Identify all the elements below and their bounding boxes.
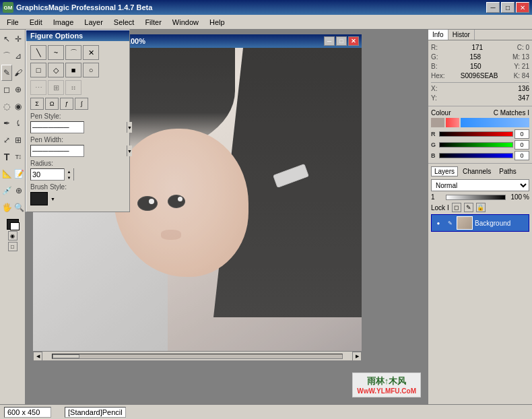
fig-tool-fill-rect[interactable]: ■	[65, 63, 81, 77]
tool-distort[interactable]: ⊞	[13, 132, 24, 148]
image-maximize-btn[interactable]: □	[336, 36, 347, 46]
tool-select-poly[interactable]: ⊿	[13, 48, 24, 64]
tool-row-5: ◌ ◉	[1, 98, 24, 115]
tool-notes[interactable]: 📝	[13, 166, 25, 182]
brush-color-swatch[interactable]	[30, 192, 48, 205]
b-slider-track[interactable]	[439, 153, 513, 158]
tool-eraser[interactable]: ◻	[1, 82, 12, 98]
lock-btn-1[interactable]: ◻	[452, 203, 461, 212]
quick-mask-btn[interactable]: ◉	[8, 231, 18, 240]
tool-move[interactable]: ✛	[13, 31, 24, 47]
pen-width-combo[interactable]: ▼	[30, 145, 84, 157]
tool-row-9: 📐 📝	[1, 166, 24, 182]
tool-text-mask[interactable]: T⃞	[13, 149, 24, 165]
menu-file[interactable]: File	[1, 15, 24, 29]
fig-tool-circle[interactable]: ○	[83, 63, 99, 77]
fig-tool-scatter[interactable]: ⠶	[65, 80, 81, 95]
menu-layer[interactable]: Layer	[79, 15, 108, 29]
menu-window[interactable]: Window	[167, 15, 204, 29]
lock-btn-3[interactable]: 🔒	[476, 203, 486, 212]
tool-stamp[interactable]: ⊕	[13, 82, 24, 98]
image-close-btn[interactable]: ✕	[348, 36, 359, 46]
g-slider-track[interactable]	[439, 142, 513, 148]
r-slider-track[interactable]	[439, 131, 513, 137]
pen-width-arrow[interactable]: ▼	[127, 146, 132, 156]
fig-tool-dots[interactable]: ⋯	[30, 80, 46, 95]
tool-color-sampler[interactable]: ⊕	[13, 183, 24, 199]
menu-filter[interactable]: Filter	[139, 15, 166, 29]
tool-pen[interactable]: ✒	[1, 115, 12, 131]
tool-text[interactable]: T	[1, 149, 12, 165]
tool-brush[interactable]: 🖌	[13, 65, 24, 81]
tool-pencil[interactable]: ✎	[1, 65, 12, 81]
paths-tab[interactable]: Paths	[496, 166, 520, 176]
fig-tool-curve[interactable]: ~	[48, 45, 64, 60]
tool-measure[interactable]: 📐	[1, 166, 13, 182]
menu-image[interactable]: Image	[48, 15, 79, 29]
info-tab[interactable]: Info	[428, 30, 448, 40]
sub-tool-f[interactable]: ƒ	[60, 98, 73, 110]
sub-tool-omega[interactable]: Ω	[45, 98, 59, 110]
right-color-section: Colour C Matches I R 0 G 0	[428, 106, 532, 164]
hscroll-track[interactable]	[52, 354, 343, 359]
background-color[interactable]	[10, 222, 20, 230]
color-g-row: G: 158 M: 13	[431, 53, 529, 62]
sub-tool-sigma[interactable]: Σ	[30, 98, 44, 110]
fig-tool-arc[interactable]: ⌒	[65, 45, 81, 60]
fig-tool-grid[interactable]: ⊞	[48, 80, 64, 95]
opacity-slider[interactable]	[446, 195, 506, 200]
radius-input[interactable]: 30	[31, 170, 64, 179]
lock-btn-2[interactable]: ✎	[464, 203, 473, 212]
hscroll-thumb[interactable]	[53, 354, 79, 358]
fig-tool-rect[interactable]: □	[30, 63, 46, 77]
tool-hand[interactable]: 🖐	[1, 199, 13, 216]
tool-arrow[interactable]: ↖	[1, 31, 12, 47]
layer-visibility-icon[interactable]: ●	[434, 219, 443, 227]
r-slider-value[interactable]: 0	[514, 129, 529, 139]
close-button[interactable]: ✕	[516, 2, 529, 13]
hscroll-right-btn[interactable]: ▶	[352, 352, 362, 361]
r-value: 171	[471, 43, 483, 53]
history-tab[interactable]: Histor	[448, 30, 475, 40]
b-slider-value[interactable]: 0	[514, 151, 529, 160]
image-scrollbar-h[interactable]: ◀ ▶	[33, 351, 362, 360]
maximize-button[interactable]: □	[501, 2, 514, 13]
fig-tool-x[interactable]: ✕	[83, 45, 99, 60]
layer-edit-icon[interactable]: ✎	[445, 219, 455, 227]
tool-lasso[interactable]: ⌒	[1, 48, 12, 64]
tool-transform[interactable]: ⤢	[1, 132, 12, 148]
opacity-value: 100	[507, 193, 522, 201]
blend-mode-select[interactable]: Normal	[431, 179, 529, 191]
watermark: 雨林↑木风 WwW.YLMFU.CoM	[352, 373, 421, 397]
pen-width-input[interactable]	[31, 147, 127, 155]
radius-down[interactable]: ▼	[64, 174, 73, 181]
image-minimize-btn[interactable]: ─	[324, 36, 335, 46]
layer-background[interactable]: ● ✎ Background	[431, 214, 529, 232]
pen-style-arrow[interactable]: ▼	[127, 122, 132, 133]
pen-style-combo[interactable]: ▼	[30, 121, 84, 133]
screen-mode-btn[interactable]: □	[8, 242, 18, 251]
layers-tab[interactable]: Layers	[431, 166, 458, 176]
sub-tool-integral[interactable]: ∫	[75, 98, 88, 110]
tool-blur[interactable]: ◌	[1, 98, 12, 115]
channels-tab[interactable]: Channels	[459, 166, 494, 176]
hscroll-left-btn[interactable]: ◀	[33, 352, 42, 361]
menu-select[interactable]: Select	[108, 15, 140, 29]
tool-eyedropper[interactable]: 💉	[1, 183, 13, 199]
fig-tool-diamond[interactable]: ◇	[48, 63, 64, 77]
tool-zoom[interactable]: 🔍	[13, 199, 25, 216]
brush-style-row: ▼	[30, 192, 125, 205]
foreground-color[interactable]	[7, 219, 19, 230]
g-slider-value[interactable]: 0	[514, 140, 529, 150]
radius-up[interactable]: ▲	[64, 168, 73, 174]
minimize-button[interactable]: ─	[486, 2, 500, 13]
radius-spinner[interactable]: 30 ▲ ▼	[30, 168, 74, 181]
fig-tool-line[interactable]: ╲	[30, 45, 46, 60]
menu-help[interactable]: Help	[204, 15, 230, 29]
tool-dodge[interactable]: ◉	[13, 98, 24, 115]
pen-style-input[interactable]	[31, 123, 127, 131]
title-bar: GM GraphicsMagic Professional 1.4.7 Beta…	[0, 0, 532, 15]
menu-edit[interactable]: Edit	[24, 15, 48, 29]
brush-swatch-arrow[interactable]: ▼	[51, 197, 55, 201]
tool-path[interactable]: ⤹	[13, 115, 24, 131]
